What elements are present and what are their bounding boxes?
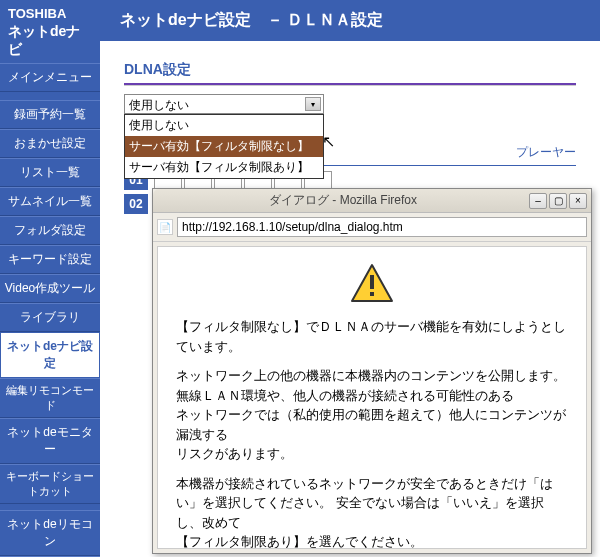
nav-omakase[interactable]: おまかせ設定 — [0, 129, 100, 158]
row-index: 02 — [124, 194, 148, 214]
nav-keyword[interactable]: キーワード設定 — [0, 245, 100, 274]
nav-folder[interactable]: フォルダ設定 — [0, 216, 100, 245]
section-title: DLNA設定 — [124, 61, 576, 79]
dialog-title: ダイアログ - Mozilla Firefox — [157, 192, 529, 209]
nav-thumbnail[interactable]: サムネイル一覧 — [0, 187, 100, 216]
dialog-p1: 【フィルタ制限なし】でＤＬＮＡのサーバ機能を有効にしようとしています。 — [176, 317, 568, 356]
option-disabled[interactable]: 使用しない — [125, 115, 323, 136]
select-value: 使用しない — [129, 98, 189, 112]
minimize-button[interactable]: – — [529, 193, 547, 209]
nav-video-tool[interactable]: Video作成ツール — [0, 274, 100, 303]
nav-list[interactable]: リスト一覧 — [0, 158, 100, 187]
nav-netdenavi-settings[interactable]: ネットdeナビ設定 — [0, 332, 100, 378]
nav-netdemonitor[interactable]: ネットdeモニター — [0, 418, 100, 464]
nav-main-menu[interactable]: メインメニュー — [0, 63, 100, 92]
warning-icon — [350, 263, 394, 303]
nav-edit-remote[interactable]: 編集リモコンモード — [0, 378, 100, 418]
option-with-filter[interactable]: サーバ有効【フィルタ制限あり】 — [125, 157, 323, 178]
svg-rect-2 — [370, 292, 374, 296]
dialog-p2: ネットワーク上の他の機器に本機器内のコンテンツを公開します。 無線ＬＡＮ環境や、… — [176, 366, 568, 464]
maximize-button[interactable]: ▢ — [549, 193, 567, 209]
confirm-dialog: ダイアログ - Mozilla Firefox – ▢ × 📄 【フィルタ制限な… — [152, 188, 592, 554]
url-input[interactable] — [177, 217, 587, 237]
cursor-icon: ↖ — [322, 132, 335, 151]
select-dropdown: 使用しない サーバ有効【フィルタ制限なし】 サーバ有効【フィルタ制限あり】 — [124, 114, 324, 179]
brand-product: ネットdeナビ — [8, 23, 92, 59]
page-title: ネットdeナビ設定 － ＤＬＮＡ設定 — [100, 0, 600, 41]
dialog-body: 【フィルタ制限なし】でＤＬＮＡのサーバ機能を有効にしようとしています。 ネットワ… — [157, 246, 587, 549]
nav-keyboard-shortcut[interactable]: キーボードショートカット — [0, 464, 100, 504]
col-player: プレーヤー — [456, 144, 576, 161]
chevron-down-icon[interactable]: ▾ — [305, 97, 321, 111]
dialog-p3: 本機器が接続されているネットワークが安全であるときだけ「はい」を選択してください… — [176, 474, 568, 550]
dialog-titlebar[interactable]: ダイアログ - Mozilla Firefox – ▢ × — [153, 189, 591, 213]
brand-name: TOSHIBA — [8, 6, 92, 21]
svg-rect-1 — [370, 275, 374, 289]
dlna-mode-select[interactable]: 使用しない ▾ 使用しない サーバ有効【フィルタ制限なし】 サーバ有効【フィルタ… — [124, 94, 324, 114]
select-display[interactable]: 使用しない ▾ — [124, 94, 324, 114]
nav-netderemote[interactable]: ネットdeリモコン — [0, 510, 100, 556]
nav-library[interactable]: ライブラリ — [0, 303, 100, 332]
nav-recording-list[interactable]: 録画予約一覧 — [0, 100, 100, 129]
sidebar: TOSHIBA ネットdeナビ メインメニュー 録画予約一覧 おまかせ設定 リス… — [0, 0, 100, 557]
option-no-filter[interactable]: サーバ有効【フィルタ制限なし】 — [125, 136, 323, 157]
page-icon: 📄 — [157, 219, 173, 235]
url-bar: 📄 — [153, 213, 591, 242]
brand: TOSHIBA ネットdeナビ — [0, 0, 100, 63]
close-button[interactable]: × — [569, 193, 587, 209]
